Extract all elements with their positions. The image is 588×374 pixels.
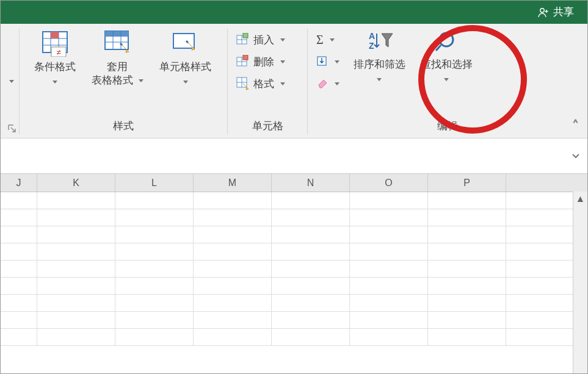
sort-filter-label: 排序和筛选 xyxy=(354,59,405,70)
column-headers: J K L M N O P xyxy=(1,174,587,192)
fill-button[interactable] xyxy=(316,51,339,73)
svg-point-0 xyxy=(540,8,544,12)
cells-group: 插入 删除 格式 单元格 xyxy=(228,24,307,138)
clear-button[interactable] xyxy=(316,73,339,95)
spreadsheet-grid[interactable] xyxy=(1,192,587,374)
cell-styles-button[interactable]: 单元格样式 xyxy=(150,29,221,87)
fill-down-icon xyxy=(316,56,328,68)
column-header[interactable]: J xyxy=(1,174,37,192)
chevron-down-icon[interactable] xyxy=(9,80,14,83)
chevron-down-icon xyxy=(280,60,285,63)
svg-line-30 xyxy=(436,45,441,51)
column-header[interactable]: N xyxy=(272,174,350,192)
styles-group: ≠ 条件格式 套用 表格格式 xyxy=(20,24,227,138)
format-cells-icon xyxy=(236,77,250,90)
column-header[interactable]: P xyxy=(428,174,506,192)
share-button[interactable]: 共享 xyxy=(537,5,574,19)
styles-group-label: 样式 xyxy=(20,115,227,138)
delete-cells-icon xyxy=(236,55,250,68)
table-row[interactable] xyxy=(1,243,587,261)
chevron-down-icon xyxy=(139,79,143,82)
collapse-ribbon-button[interactable]: ˄ xyxy=(572,118,579,134)
find-select-button[interactable]: 查找和选择 xyxy=(413,29,480,85)
autosum-button[interactable]: Σ xyxy=(316,29,339,51)
scroll-up-button[interactable]: ▲ xyxy=(573,192,587,206)
table-row[interactable] xyxy=(1,192,587,209)
chevron-down-icon xyxy=(335,60,339,63)
sigma-icon: Σ xyxy=(316,33,324,47)
editing-group: Σ A Z 排序和筛选 xyxy=(308,24,587,138)
column-header[interactable]: L xyxy=(115,174,194,192)
chevron-down-icon xyxy=(377,78,382,81)
sort-filter-button[interactable]: A Z 排序和筛选 xyxy=(346,29,413,85)
svg-rect-10 xyxy=(105,31,128,37)
table-row[interactable] xyxy=(1,312,587,329)
format-button[interactable]: 格式 xyxy=(236,73,285,95)
delete-label: 删除 xyxy=(253,55,274,69)
format-as-table-icon xyxy=(104,30,131,57)
chevron-down-icon xyxy=(280,38,285,41)
insert-button[interactable]: 插入 xyxy=(236,29,285,51)
table-row[interactable] xyxy=(1,329,587,346)
svg-rect-18 xyxy=(243,33,248,38)
conditional-formatting-button[interactable]: ≠ 条件格式 xyxy=(26,29,85,87)
share-label: 共享 xyxy=(553,5,574,19)
title-bar: 共享 xyxy=(1,1,587,24)
column-header[interactable]: M xyxy=(194,174,272,192)
svg-text:Z: Z xyxy=(369,41,374,51)
svg-text:≠: ≠ xyxy=(57,48,61,57)
formula-bar[interactable] xyxy=(1,138,587,174)
cell-styles-icon xyxy=(172,30,199,57)
table-row[interactable] xyxy=(1,261,587,278)
insert-cells-icon xyxy=(236,33,250,46)
format-as-table-button[interactable]: 套用 表格格式 xyxy=(85,29,150,87)
table-row[interactable] xyxy=(1,226,587,243)
eraser-icon xyxy=(316,77,328,90)
cells-group-label: 单元格 xyxy=(228,115,307,138)
format-as-table-label: 套用 表格格式 xyxy=(92,61,133,86)
prev-group-stub xyxy=(1,24,19,138)
chevron-down-icon xyxy=(183,81,188,84)
svg-rect-22 xyxy=(243,55,248,60)
sort-filter-icon: A Z xyxy=(365,30,393,54)
table-row[interactable] xyxy=(1,295,587,312)
vertical-scrollbar[interactable]: ▲ xyxy=(573,192,587,373)
delete-button[interactable]: 删除 xyxy=(236,51,285,73)
svg-text:A: A xyxy=(369,31,375,41)
format-label: 格式 xyxy=(253,77,274,91)
chevron-down-icon xyxy=(335,82,339,85)
find-select-label: 查找和选择 xyxy=(421,59,473,70)
chevron-down-icon xyxy=(330,38,335,41)
chevron-down-icon xyxy=(444,78,449,81)
chevron-down-icon xyxy=(280,82,285,85)
column-header[interactable]: K xyxy=(37,174,115,192)
svg-rect-6 xyxy=(51,32,59,38)
insert-label: 插入 xyxy=(253,33,274,47)
share-person-icon xyxy=(537,6,550,18)
expand-formula-bar-icon[interactable] xyxy=(572,152,580,160)
ribbon: ≠ 条件格式 套用 表格格式 xyxy=(1,24,587,138)
conditional-formatting-icon: ≠ xyxy=(42,30,68,57)
svg-point-29 xyxy=(440,33,453,46)
editing-group-label: 编辑 xyxy=(308,115,587,138)
cell-styles-label: 单元格样式 xyxy=(159,61,211,73)
table-row[interactable] xyxy=(1,209,587,226)
conditional-formatting-label: 条件格式 xyxy=(34,61,76,73)
chevron-down-icon xyxy=(53,81,57,84)
column-header[interactable]: O xyxy=(350,174,428,192)
search-icon xyxy=(433,30,460,54)
table-row[interactable] xyxy=(1,278,587,295)
dialog-launcher-icon[interactable] xyxy=(8,124,16,133)
